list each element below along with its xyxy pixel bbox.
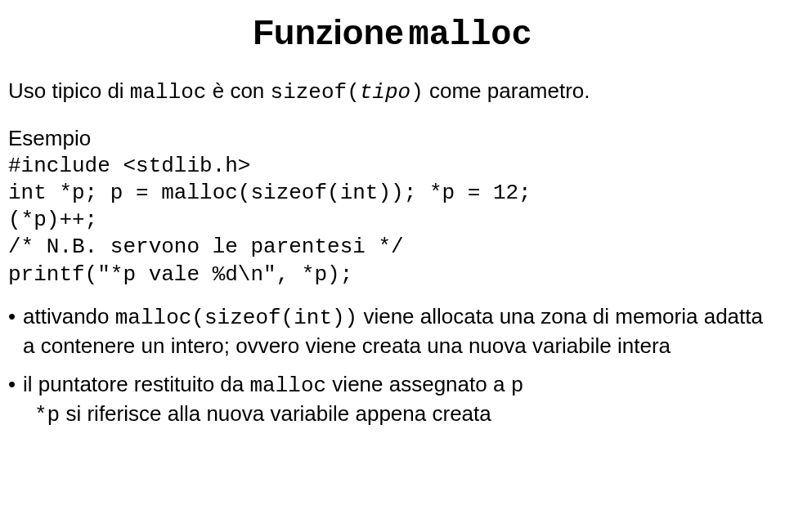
intro-text-mid: è con <box>206 78 270 103</box>
title-word: Funzione <box>253 13 403 51</box>
code-block: #include <stdlib.h> int *p; p = malloc(s… <box>8 153 777 288</box>
intro-text-post: come parametro. <box>424 78 590 103</box>
slide-page: Funzionemalloc Uso tipico di malloc è co… <box>0 0 785 449</box>
intro-text-pre: Uso tipico di <box>8 78 130 103</box>
intro-mono-close: ) <box>410 80 424 105</box>
bullet2-line2-mono: *p <box>34 403 60 427</box>
bullet2-line1-pre: il puntatore restituito da <box>23 372 250 396</box>
slide-title: Funzionemalloc <box>8 13 777 55</box>
bullet-item-1: attivando malloc(sizeof(int)) viene allo… <box>8 303 777 360</box>
intro-mono-malloc: malloc <box>130 80 207 105</box>
example-label: Esempio <box>8 126 777 151</box>
title-code: malloc <box>409 16 532 55</box>
intro-mono-tipo: tipo <box>360 80 410 105</box>
bullet2-line1-mono: malloc <box>250 373 327 398</box>
bullet1-pre: attivando <box>23 304 115 329</box>
bullet2-line1-mid: viene assegnato a <box>326 372 511 396</box>
bullet2-line2-post: si riferisce alla nuova variabile appena… <box>60 401 491 426</box>
bullet-item-2: il puntatore restituito da malloc viene … <box>8 371 777 430</box>
bullet2-line1-mono2: p <box>511 373 524 398</box>
bullet1-mono: malloc(sizeof(int)) <box>115 306 357 330</box>
intro-paragraph: Uso tipico di malloc è con sizeof(tipo) … <box>8 78 777 106</box>
intro-mono-sizeof-open: sizeof( <box>271 80 360 105</box>
bullet-list: attivando malloc(sizeof(int)) viene allo… <box>8 303 777 430</box>
bullet2-line2-wrap: *p si riferisce alla nuova variabile app… <box>23 400 777 430</box>
